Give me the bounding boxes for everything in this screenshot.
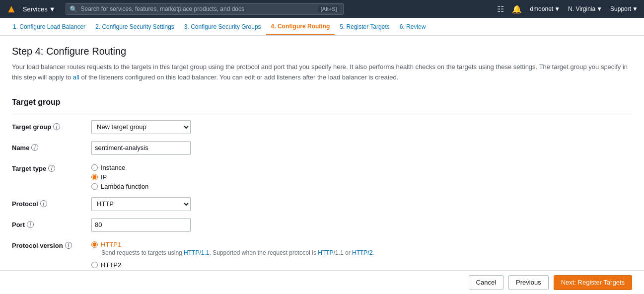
search-shortcut: [Alt+S] xyxy=(318,5,340,12)
step-3[interactable]: 3. Configure Security Groups xyxy=(179,18,266,35)
pv-http1-input[interactable] xyxy=(91,241,98,248)
target-type-row: Target type i Instance IP Lambda functio… xyxy=(12,162,632,190)
protocol-label: Protocol i xyxy=(12,197,91,208)
target-group-row: Target group i New target group Existing… xyxy=(12,120,632,134)
radio-instance[interactable]: Instance xyxy=(91,164,632,171)
pv-http1: HTTP1 Send requests to targets using HTT… xyxy=(91,241,632,256)
pv-http2-input[interactable] xyxy=(91,262,98,268)
chevron-down-icon: ▼ xyxy=(554,5,560,12)
radio-lambda-input[interactable] xyxy=(91,183,98,190)
main-content: Step 4: Configure Routing Your load bala… xyxy=(0,36,644,294)
http2-link[interactable]: HTTP/2 xyxy=(352,249,372,256)
name-row: Name i xyxy=(12,141,632,155)
protocol-row: Protocol i HTTP HTTPS xyxy=(12,197,632,211)
target-group-control: New target group Existing target group xyxy=(91,120,632,134)
name-info-icon[interactable]: i xyxy=(31,144,38,151)
step-6[interactable]: 6. Review xyxy=(395,18,431,35)
pv-http1-label[interactable]: HTTP1 xyxy=(91,241,632,248)
step-1[interactable]: 1. Configure Load Balancer xyxy=(8,18,90,35)
port-control xyxy=(91,218,632,232)
name-label: Name i xyxy=(12,141,91,151)
protocol-control: HTTP HTTPS xyxy=(91,197,632,211)
chevron-down-icon: ▼ xyxy=(49,5,56,13)
support-menu[interactable]: Support ▼ xyxy=(610,5,638,12)
services-menu[interactable]: Services ▼ xyxy=(23,5,56,13)
name-input[interactable] xyxy=(91,141,191,155)
step-2[interactable]: 2. Configure Security Settings xyxy=(90,18,179,35)
target-group-heading: Target group xyxy=(12,93,632,112)
protocol-select[interactable]: HTTP HTTPS xyxy=(91,197,191,211)
target-type-label: Target type i xyxy=(12,162,91,172)
wizard-steps: 1. Configure Load Balancer 2. Configure … xyxy=(0,18,644,36)
target-group-label: Target group i xyxy=(12,120,91,131)
target-group-select[interactable]: New target group Existing target group xyxy=(91,120,191,134)
chevron-down-icon: ▼ xyxy=(632,5,638,12)
http11-link2[interactable]: HTTP xyxy=(318,249,333,256)
all-link[interactable]: all xyxy=(73,74,79,81)
step-5[interactable]: 5. Register Targets xyxy=(335,18,395,35)
port-input[interactable] xyxy=(91,218,191,232)
grid-icon[interactable]: ☷ xyxy=(497,4,504,14)
search-input[interactable] xyxy=(66,3,344,15)
port-info-icon[interactable]: i xyxy=(27,221,34,228)
radio-lambda[interactable]: Lambda function xyxy=(91,183,632,190)
user-menu[interactable]: dmoonet ▼ xyxy=(530,5,560,12)
protocol-info-icon[interactable]: i xyxy=(40,200,47,207)
previous-button[interactable]: Previous xyxy=(508,275,549,290)
page-footer: Cancel Previous Next: Register Targets xyxy=(0,270,644,294)
protocol-version-label: Protocol version i xyxy=(12,239,91,249)
page-title: Step 4: Configure Routing xyxy=(12,46,632,57)
nav-right: ☷ 🔔 dmoonet ▼ N. Virginia ▼ Support ▼ xyxy=(497,4,638,14)
step-4[interactable]: 4. Configure Routing xyxy=(266,18,335,35)
target-type-control: Instance IP Lambda function xyxy=(91,162,632,190)
radio-ip-input[interactable] xyxy=(91,174,98,180)
search-bar: 🔍 [Alt+S] xyxy=(66,3,344,15)
pv-http2-label[interactable]: HTTP2 xyxy=(91,261,632,269)
cancel-button[interactable]: Cancel xyxy=(469,275,503,290)
page-description: Your load balancer routes requests to th… xyxy=(12,62,632,83)
radio-instance-input[interactable] xyxy=(91,164,98,171)
chevron-down-icon: ▼ xyxy=(596,5,602,12)
target-type-info-icon[interactable]: i xyxy=(48,165,55,172)
bell-icon[interactable]: 🔔 xyxy=(512,4,522,14)
target-type-radio-group: Instance IP Lambda function xyxy=(91,162,632,190)
search-icon: 🔍 xyxy=(70,5,77,13)
region-menu[interactable]: N. Virginia ▼ xyxy=(568,5,602,12)
radio-ip[interactable]: IP xyxy=(91,173,632,181)
top-navigation: ▲ Services ▼ 🔍 [Alt+S] ☷ 🔔 dmoonet ▼ N. … xyxy=(0,0,644,18)
target-group-info-icon[interactable]: i xyxy=(53,123,60,130)
name-control xyxy=(91,141,632,155)
aws-logo: ▲ xyxy=(6,3,17,14)
next-button[interactable]: Next: Register Targets xyxy=(554,275,632,290)
http11-link[interactable]: HTTP/1.1 xyxy=(184,249,209,256)
port-label: Port i xyxy=(12,218,91,228)
protocol-version-info-icon[interactable]: i xyxy=(65,242,72,249)
port-row: Port i xyxy=(12,218,632,232)
pv-http1-desc: Send requests to targets using HTTP/1.1.… xyxy=(101,249,632,256)
